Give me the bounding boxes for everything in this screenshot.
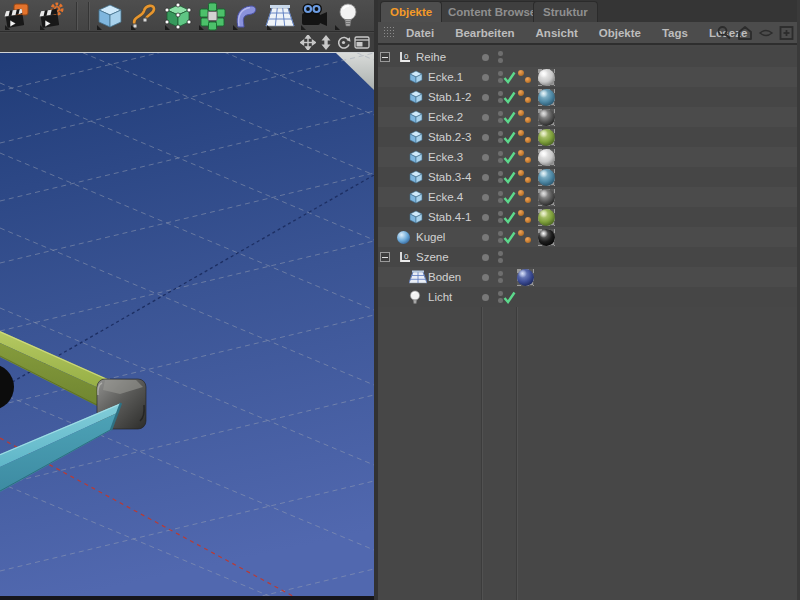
tree-row[interactable]: Ecke.2 xyxy=(378,107,797,127)
render-visibility-dot[interactable] xyxy=(498,238,503,243)
editor-visibility-dot[interactable] xyxy=(498,171,503,176)
home-icon[interactable] xyxy=(737,25,753,41)
menu-tags[interactable]: Tags xyxy=(662,27,688,39)
enabled-check-icon[interactable] xyxy=(503,170,516,188)
enabled-check-icon[interactable] xyxy=(503,70,516,88)
tab-objekte[interactable]: Objekte xyxy=(380,1,442,22)
enabled-check-icon[interactable] xyxy=(503,290,516,308)
layer-dot[interactable] xyxy=(482,294,489,301)
expand-toggle[interactable] xyxy=(380,252,390,262)
render-visibility-dot[interactable] xyxy=(498,138,503,143)
layer-dot[interactable] xyxy=(482,274,489,281)
menu-ansicht[interactable]: Ansicht xyxy=(536,27,578,39)
layer-dot[interactable] xyxy=(482,134,489,141)
enabled-check-icon[interactable] xyxy=(503,130,516,148)
material-swatch[interactable] xyxy=(517,269,534,286)
array-object-icon[interactable] xyxy=(197,1,229,31)
menu-bearbeiten[interactable]: Bearbeiten xyxy=(455,27,514,39)
render-settings-icon[interactable] xyxy=(38,1,70,31)
editor-visibility-dot[interactable] xyxy=(498,271,503,276)
editor-visibility-dot[interactable] xyxy=(498,291,503,296)
tree-row[interactable]: Stab.1-2 xyxy=(378,87,797,107)
layer-dot[interactable] xyxy=(482,94,489,101)
editor-visibility-dot[interactable] xyxy=(498,251,503,256)
editor-visibility-dot[interactable] xyxy=(498,51,503,56)
render-visibility-dot[interactable] xyxy=(498,278,503,283)
layer-dot[interactable] xyxy=(482,54,489,61)
bend-deformer-icon[interactable] xyxy=(231,1,263,31)
phong-tag-icon[interactable] xyxy=(518,168,534,186)
viewport-3d[interactable] xyxy=(0,52,374,600)
material-swatch[interactable] xyxy=(538,229,555,246)
add-box-icon[interactable] xyxy=(779,25,794,41)
layer-dot[interactable] xyxy=(482,114,489,121)
spline-icon[interactable] xyxy=(129,1,161,31)
lens-icon[interactable] xyxy=(758,25,774,41)
light-object-icon[interactable] xyxy=(333,1,365,31)
render-visibility-dot[interactable] xyxy=(498,198,503,203)
tree-row[interactable]: Ecke.1 xyxy=(378,67,797,87)
tree-row[interactable]: Boden xyxy=(378,267,797,287)
tree-row[interactable]: 0 Reihe xyxy=(378,47,797,67)
render-visibility-dot[interactable] xyxy=(498,258,503,263)
tree-row[interactable]: Kugel xyxy=(378,227,797,247)
make-editable-icon[interactable] xyxy=(163,1,195,31)
tree-row[interactable]: 0 Szene xyxy=(378,247,797,267)
layer-dot[interactable] xyxy=(482,154,489,161)
phong-tag-icon[interactable] xyxy=(518,128,534,146)
tree-row[interactable]: Licht xyxy=(378,287,797,307)
render-visibility-dot[interactable] xyxy=(498,118,503,123)
layer-dot[interactable] xyxy=(482,174,489,181)
editor-visibility-dot[interactable] xyxy=(498,71,503,76)
tab-struktur[interactable]: Struktur xyxy=(533,1,598,22)
render-visibility-dot[interactable] xyxy=(498,98,503,103)
layer-dot[interactable] xyxy=(482,194,489,201)
expand-toggle[interactable] xyxy=(380,52,390,62)
material-swatch[interactable] xyxy=(538,109,555,126)
enabled-check-icon[interactable] xyxy=(503,230,516,248)
material-swatch[interactable] xyxy=(538,129,555,146)
zoom-icon[interactable] xyxy=(319,35,333,50)
layer-dot[interactable] xyxy=(482,74,489,81)
material-swatch[interactable] xyxy=(538,189,555,206)
phong-tag-icon[interactable] xyxy=(518,228,534,246)
render-visibility-dot[interactable] xyxy=(498,78,503,83)
editor-visibility-dot[interactable] xyxy=(498,211,503,216)
enabled-check-icon[interactable] xyxy=(503,190,516,208)
editor-visibility-dot[interactable] xyxy=(498,191,503,196)
material-swatch[interactable] xyxy=(538,69,555,86)
enabled-check-icon[interactable] xyxy=(503,210,516,228)
render-view-icon[interactable] xyxy=(3,1,35,31)
phong-tag-icon[interactable] xyxy=(518,188,534,206)
enabled-check-icon[interactable] xyxy=(503,110,516,128)
render-visibility-dot[interactable] xyxy=(498,298,503,303)
menu-datei[interactable]: Datei xyxy=(406,27,434,39)
editor-visibility-dot[interactable] xyxy=(498,91,503,96)
tree-row[interactable]: Ecke.4 xyxy=(378,187,797,207)
editor-visibility-dot[interactable] xyxy=(498,151,503,156)
material-swatch[interactable] xyxy=(538,89,555,106)
material-swatch[interactable] xyxy=(538,169,555,186)
cube-primitive-icon[interactable] xyxy=(95,1,127,31)
phong-tag-icon[interactable] xyxy=(518,88,534,106)
enabled-check-icon[interactable] xyxy=(503,150,516,168)
tree-row[interactable]: Ecke.3 xyxy=(378,147,797,167)
render-visibility-dot[interactable] xyxy=(498,158,503,163)
rotate-icon[interactable] xyxy=(336,35,351,50)
phong-tag-icon[interactable] xyxy=(518,148,534,166)
layer-dot[interactable] xyxy=(482,234,489,241)
tree-row[interactable]: Stab.2-3 xyxy=(378,127,797,147)
editor-visibility-dot[interactable] xyxy=(498,231,503,236)
editor-visibility-dot[interactable] xyxy=(498,111,503,116)
camera-object-icon[interactable] xyxy=(299,1,331,31)
material-swatch[interactable] xyxy=(538,209,555,226)
editor-visibility-dot[interactable] xyxy=(498,131,503,136)
layer-dot[interactable] xyxy=(482,254,489,261)
tree-row[interactable]: Stab.4-1 xyxy=(378,207,797,227)
phong-tag-icon[interactable] xyxy=(518,108,534,126)
pan-icon[interactable] xyxy=(300,35,316,50)
toggle-view-icon[interactable] xyxy=(354,35,370,50)
menu-objekte[interactable]: Objekte xyxy=(599,27,641,39)
render-visibility-dot[interactable] xyxy=(498,58,503,63)
panel-grip[interactable] xyxy=(383,26,396,39)
